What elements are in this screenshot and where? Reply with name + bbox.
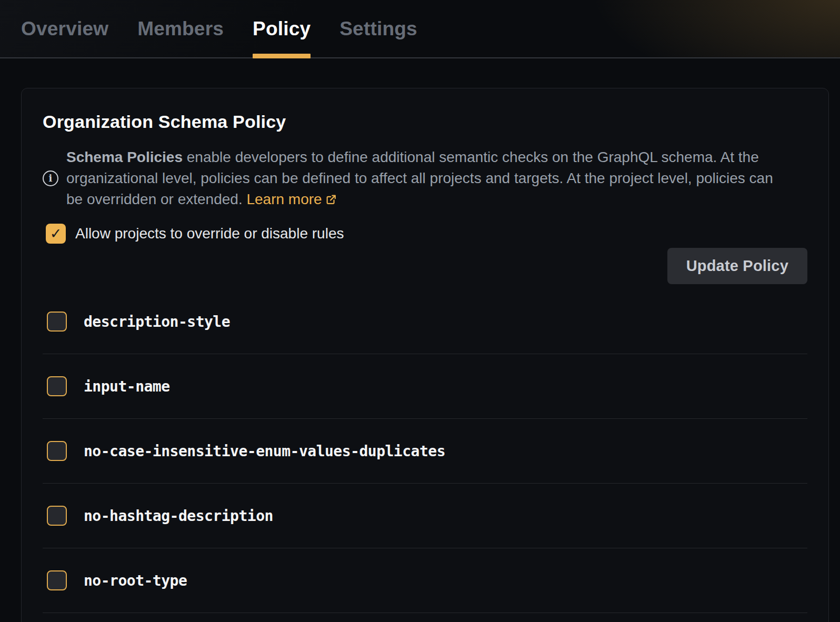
info-text-lead: Schema Policies xyxy=(66,149,183,165)
info-text: Schema Policies enable developers to def… xyxy=(66,147,790,210)
rule-name: no-hashtag-description xyxy=(84,507,273,525)
tab-bar: Overview Members Policy Settings xyxy=(0,0,840,58)
button-row: Update Policy xyxy=(43,248,807,284)
rule-checkbox-no-hashtag-description[interactable] xyxy=(47,506,67,526)
rule-row-no-hashtag-description: no-hashtag-description xyxy=(43,484,807,548)
rules-list: description-style input-name no-case-ins… xyxy=(43,289,807,613)
allow-override-checkbox[interactable]: ✓ xyxy=(46,224,66,244)
tab-settings-label: Settings xyxy=(339,18,417,40)
schema-policy-card: Organization Schema Policy i Schema Poli… xyxy=(21,88,829,622)
learn-more-label: Learn more xyxy=(246,191,322,207)
rule-row-no-root-type: no-root-type xyxy=(43,548,807,613)
info-callout: i Schema Policies enable developers to d… xyxy=(43,147,807,210)
main-content: Organization Schema Policy i Schema Poli… xyxy=(0,88,840,622)
rule-checkbox-description-style[interactable] xyxy=(47,312,67,332)
tab-overview-label: Overview xyxy=(21,18,108,40)
tab-members[interactable]: Members xyxy=(137,0,224,57)
tab-policy[interactable]: Policy xyxy=(253,0,311,57)
rule-name: no-case-insensitive-enum-values-duplicat… xyxy=(84,443,445,460)
tab-policy-label: Policy xyxy=(253,18,311,40)
external-link-icon xyxy=(325,194,337,205)
tab-members-label: Members xyxy=(137,18,224,40)
rule-checkbox-input-name[interactable] xyxy=(47,376,67,396)
rule-row-no-case-insensitive-enum-values-duplicates: no-case-insensitive-enum-values-duplicat… xyxy=(43,419,807,484)
rule-row-description-style: description-style xyxy=(43,289,807,354)
allow-override-label: Allow projects to override or disable ru… xyxy=(75,225,344,242)
rule-name: no-root-type xyxy=(84,572,187,589)
rule-checkbox-no-case-insensitive-enum-values-duplicates[interactable] xyxy=(47,441,67,461)
rule-name: description-style xyxy=(84,313,230,330)
learn-more-link[interactable]: Learn more xyxy=(246,191,336,207)
info-icon: i xyxy=(43,170,58,186)
tab-settings[interactable]: Settings xyxy=(339,0,417,57)
page-title: Organization Schema Policy xyxy=(43,112,807,132)
rule-name: input-name xyxy=(84,378,170,395)
tab-overview[interactable]: Overview xyxy=(21,0,108,57)
allow-override-row: ✓ Allow projects to override or disable … xyxy=(43,224,344,244)
active-tab-indicator xyxy=(253,54,311,58)
update-policy-button[interactable]: Update Policy xyxy=(667,248,807,284)
rule-checkbox-no-root-type[interactable] xyxy=(47,570,67,590)
rule-row-input-name: input-name xyxy=(43,354,807,419)
check-icon: ✓ xyxy=(50,226,62,240)
